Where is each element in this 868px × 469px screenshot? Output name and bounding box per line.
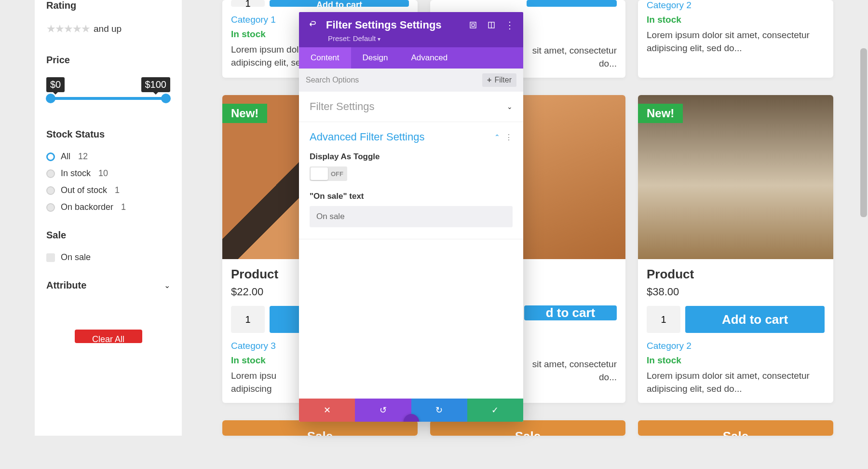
add-to-cart-button[interactable]	[527, 0, 617, 7]
kebab-menu-icon[interactable]: ⋮	[505, 133, 513, 142]
badge-new: New!	[222, 104, 267, 123]
radio-icon	[46, 203, 55, 212]
price-min-tooltip: $0	[46, 77, 65, 92]
product-price: $38.00	[647, 286, 825, 298]
plus-icon: +	[487, 76, 491, 84]
stock-count: 1	[121, 202, 126, 212]
price-max-tooltip: $100	[141, 77, 171, 92]
rating-heading: Rating	[46, 0, 170, 11]
stock-option-all[interactable]: All 12	[46, 152, 170, 162]
clear-all-button[interactable]: Clear All	[75, 330, 142, 343]
modal-header[interactable]: Filter Settings Settings ⋮ Preset: Defau…	[299, 12, 523, 47]
stock-badge: In stock	[647, 355, 825, 366]
search-options-input[interactable]: Search Options	[306, 76, 359, 84]
checkbox-icon	[46, 253, 55, 262]
undo-icon: ↺	[380, 405, 387, 415]
dock-icon[interactable]	[487, 20, 496, 30]
price-heading: Price	[46, 55, 170, 66]
stock-count: 1	[115, 185, 120, 195]
stock-label: In stock	[61, 168, 91, 179]
add-to-cart-button[interactable]: d to cart	[524, 305, 617, 320]
expand-icon[interactable]	[468, 20, 478, 30]
sale-checkbox[interactable]: On sale	[46, 252, 170, 262]
slider-handle-min[interactable]	[46, 94, 55, 103]
redo-button[interactable]: ↻	[411, 399, 467, 422]
svg-rect-1	[472, 24, 474, 26]
chevron-up-icon: ⌃	[494, 133, 500, 141]
stock-option-outofstock[interactable]: Out of stock 1	[46, 185, 170, 195]
product-card: Sale	[430, 420, 625, 436]
modal-tabs: Content Design Advanced	[299, 47, 523, 69]
redo-icon: ↻	[435, 405, 443, 415]
stock-label: On backorder	[61, 202, 113, 212]
tab-advanced[interactable]: Advanced	[399, 47, 459, 69]
onsale-text-label: "On sale" text	[310, 192, 513, 201]
product-card: Category 2 In stock Lorem ipsum dolor si…	[638, 0, 833, 78]
product-desc: sit amet, consectetur do...	[524, 358, 617, 384]
quantity-input[interactable]	[647, 306, 680, 333]
add-filter-label: Filter	[494, 76, 512, 84]
category-link[interactable]: Category 2	[647, 0, 825, 11]
badge-new: New!	[638, 104, 683, 123]
price-slider[interactable]	[49, 97, 168, 100]
section-filter-settings[interactable]: Filter Settings ⌄	[299, 92, 523, 122]
badge-sale: Sale	[638, 420, 833, 436]
product-image[interactable]: New!	[638, 95, 833, 259]
check-icon: ✓	[491, 405, 499, 415]
stock-badge: In stock	[647, 14, 825, 25]
section-title: Advanced Filter Settings	[310, 131, 424, 143]
settings-modal: Filter Settings Settings ⋮ Preset: Defau…	[299, 12, 523, 422]
product-desc: Lorem ipsum dolor sit amet, consectetur …	[647, 29, 825, 55]
radio-icon	[46, 152, 55, 161]
radio-icon	[46, 186, 55, 195]
kebab-menu-icon[interactable]: ⋮	[505, 20, 515, 30]
quantity-input[interactable]	[231, 306, 265, 333]
product-card: Sale	[638, 420, 833, 436]
product-desc: sit amet, consectetur do...	[527, 44, 617, 70]
star-icons: ★★★★★	[46, 23, 90, 35]
modal-title: Filter Settings Settings	[326, 19, 460, 31]
tab-design[interactable]: Design	[351, 47, 400, 69]
onsale-text-input[interactable]	[310, 206, 513, 227]
stock-option-instock[interactable]: In stock 10	[46, 168, 170, 179]
product-card: New! Product $38.00 Add to cart Category…	[638, 95, 833, 403]
stock-count: 10	[98, 168, 108, 179]
toggle-state: OFF	[331, 170, 343, 178]
tab-content[interactable]: Content	[299, 47, 351, 69]
and-up-label: and up	[94, 24, 122, 34]
product-title[interactable]: Product	[647, 267, 825, 282]
display-as-toggle-switch[interactable]: OFF	[310, 166, 347, 181]
slider-handle-max[interactable]	[161, 94, 171, 103]
stock-heading: Stock Status	[46, 129, 170, 140]
cancel-button[interactable]: ✕	[299, 399, 355, 422]
confirm-button[interactable]: ✓	[467, 399, 523, 422]
toggle-knob	[311, 167, 328, 180]
stock-label: Out of stock	[61, 185, 107, 195]
quantity-input[interactable]	[231, 0, 265, 7]
attribute-accordion[interactable]: Attribute ⌄	[46, 280, 170, 291]
undo-button[interactable]: ↺	[355, 399, 411, 422]
add-to-cart-button[interactable]: Add to cart	[270, 0, 409, 7]
rating-filter-row[interactable]: ★★★★★ and up	[46, 23, 170, 35]
radio-icon	[46, 169, 55, 178]
chevron-down-icon: ⌄	[507, 103, 513, 110]
add-filter-button[interactable]: + Filter	[482, 73, 516, 87]
product-card: Sale	[222, 420, 418, 436]
section-title: Filter Settings	[310, 100, 375, 113]
chevron-down-icon: ⌄	[164, 281, 170, 290]
svg-rect-0	[470, 22, 476, 28]
sale-heading: Sale	[46, 230, 170, 241]
preset-selector[interactable]: Preset: Default	[328, 34, 515, 42]
product-desc: Lorem ipsum dolor sit amet, consectetur …	[647, 370, 825, 395]
section-advanced-filter-settings[interactable]: Advanced Filter Settings ⌃ ⋮	[299, 122, 523, 152]
add-to-cart-button[interactable]: Add to cart	[685, 306, 825, 333]
category-link[interactable]: Category 2	[647, 341, 825, 351]
filter-sidebar: Rating ★★★★★ and up Price $0 $100 Stock …	[35, 0, 182, 436]
display-toggle-label: Display As Toggle	[310, 152, 513, 162]
scrollbar[interactable]	[860, 48, 867, 217]
stock-option-backorder[interactable]: On backorder 1	[46, 202, 170, 212]
badge-sale: Sale	[430, 420, 625, 436]
stock-label: All	[61, 152, 70, 162]
sale-checkbox-label: On sale	[61, 252, 91, 262]
back-icon[interactable]	[308, 20, 317, 30]
